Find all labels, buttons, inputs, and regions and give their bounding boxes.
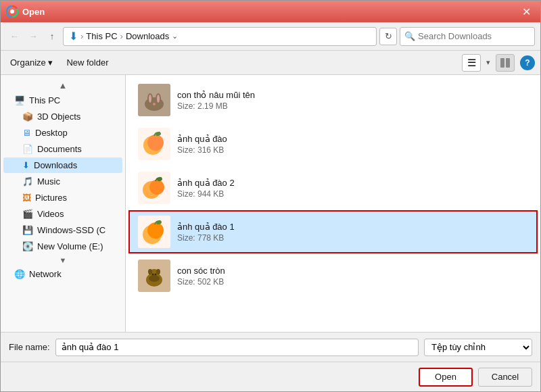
search-box[interactable]: 🔍: [400, 27, 535, 46]
help-button[interactable]: ?: [520, 55, 535, 70]
sidebar-label-music: Music: [37, 176, 60, 187]
sidebar-label-videos: Videos: [37, 209, 64, 219]
refresh-button[interactable]: ↻: [379, 28, 397, 45]
panel-button[interactable]: [496, 54, 515, 72]
file-name-label: File name:: [9, 342, 50, 352]
sidebar-item-pictures[interactable]: 🖼 Pictures: [3, 190, 122, 205]
svg-point-1: [10, 9, 14, 14]
file-size-peach2: Size: 944 KB: [177, 189, 528, 199]
sidebar-item-documents[interactable]: 📄 Documents: [3, 141, 122, 157]
windows-ssd-icon: 💾: [22, 225, 33, 235]
toolbar: Organize ▾ New folder ☰ ▾ ?: [1, 51, 540, 75]
file-thumb-squirrel: [138, 260, 170, 292]
svg-point-27: [156, 269, 160, 274]
svg-point-21: [147, 222, 164, 239]
cancel-button[interactable]: Cancel: [478, 368, 532, 387]
file-name-squirrel: con sóc tròn: [177, 266, 528, 276]
search-input[interactable]: [418, 31, 530, 41]
svg-point-26: [148, 269, 152, 274]
sidebar-label-this-pc: This PC: [29, 95, 60, 105]
sidebar: ▲ 🖥️ This PC 📦 3D Objects 🖥 Desktop 📄 Do…: [1, 75, 126, 332]
desktop-icon: 🖥: [22, 128, 31, 138]
organize-button[interactable]: Organize ▾: [6, 55, 57, 70]
view-dropdown-arrow[interactable]: ▾: [486, 58, 490, 67]
sidebar-item-music[interactable]: 🎵 Music: [3, 174, 122, 189]
file-info-peach: ảnh quả đào Size: 316 KB: [177, 134, 528, 155]
new-volume-icon: 💽: [22, 241, 33, 251]
sidebar-label-pictures: Pictures: [35, 193, 67, 203]
dialog-title: Open: [22, 7, 518, 17]
file-item-peach[interactable]: ảnh quả đào Size: 316 KB: [128, 122, 538, 166]
close-button[interactable]: ✕: [518, 4, 535, 20]
file-size-peach1: Size: 778 KB: [177, 233, 528, 243]
address-path[interactable]: ⬇ › This PC › Downloads ⌄: [63, 27, 377, 46]
network-icon: 🌐: [14, 269, 25, 279]
main-content: ▲ 🖥️ This PC 📦 3D Objects 🖥 Desktop 📄 Do…: [1, 75, 540, 332]
search-icon: 🔍: [404, 31, 415, 41]
sidebar-label-documents: Documents: [37, 144, 82, 154]
sidebar-label-network: Network: [29, 269, 62, 279]
sidebar-item-network[interactable]: 🌐 Network: [3, 266, 122, 282]
sidebar-scroll-down[interactable]: ▼: [1, 255, 125, 266]
file-size-squirrel: Size: 502 KB: [177, 277, 528, 287]
file-type-select[interactable]: Tệp tùy chỉnh: [424, 339, 532, 356]
file-name-peach2: ảnh quả đào 2: [177, 178, 528, 188]
title-bar: Open ✕: [1, 1, 540, 22]
svg-rect-3: [506, 58, 510, 68]
sidebar-item-new-volume[interactable]: 💽 New Volume (E:): [3, 239, 122, 254]
sidebar-item-this-pc[interactable]: 🖥️ This PC: [3, 93, 122, 108]
documents-icon: 📄: [22, 144, 33, 154]
file-name-rabbit: con thỏ nâu mũi tên: [177, 90, 528, 100]
file-name-peach: ảnh quả đào: [177, 134, 528, 144]
action-bar: Open Cancel: [1, 362, 540, 391]
sidebar-item-3d-objects[interactable]: 📦 3D Objects: [3, 109, 122, 124]
file-thumb-rabbit: [138, 84, 170, 116]
sidebar-label-windows-ssd: Windows-SSD (C: [37, 225, 105, 235]
file-thumb-peach: [138, 128, 170, 160]
view-list-button[interactable]: ☰: [462, 54, 481, 72]
3d-objects-icon: 📦: [22, 112, 33, 122]
app-icon: [6, 5, 18, 18]
file-size-peach: Size: 316 KB: [177, 145, 528, 155]
music-icon: 🎵: [22, 176, 33, 187]
back-button[interactable]: ←: [6, 28, 22, 45]
sidebar-label-desktop: Desktop: [35, 128, 68, 138]
address-bar: ← → ↑ ⬇ › This PC › Downloads ⌄ ↻ 🔍: [1, 22, 540, 51]
sidebar-label-new-volume: New Volume (E:): [37, 241, 103, 251]
svg-point-8: [149, 95, 151, 103]
sidebar-label-3d-objects: 3D Objects: [37, 112, 80, 122]
bottom-bar: File name: Tệp tùy chỉnh: [1, 332, 540, 362]
open-dialog: Open ✕ ← → ↑ ⬇ › This PC › Downloads ⌄ ↻…: [0, 0, 541, 392]
path-dropdown-arrow[interactable]: ⌄: [172, 32, 178, 41]
file-size-rabbit: Size: 2.19 MB: [177, 101, 528, 111]
open-button[interactable]: Open: [419, 368, 473, 387]
file-info-peach2: ảnh quả đào 2 Size: 944 KB: [177, 178, 528, 199]
file-item-squirrel[interactable]: con sóc tròn Size: 502 KB: [128, 254, 538, 297]
file-thumb-peach1: [138, 216, 170, 248]
download-nav-icon: ⬇: [69, 30, 78, 43]
sidebar-item-videos[interactable]: 🎬 Videos: [3, 206, 122, 222]
sidebar-item-downloads[interactable]: ⬇ Downloads: [3, 157, 122, 173]
downloads-icon: ⬇: [22, 160, 30, 170]
panel-icon: [500, 57, 511, 68]
svg-point-30: [149, 275, 160, 282]
sidebar-item-windows-ssd[interactable]: 💾 Windows-SSD (C: [3, 222, 122, 238]
svg-point-9: [157, 95, 160, 103]
videos-icon: 🎬: [22, 209, 33, 219]
svg-point-13: [147, 134, 164, 151]
sidebar-scroll-up[interactable]: ▲: [1, 79, 125, 92]
file-item-rabbit[interactable]: con thỏ nâu mũi tên Size: 2.19 MB: [128, 78, 538, 122]
up-button[interactable]: ↑: [44, 28, 60, 45]
file-thumb-peach2: [138, 172, 170, 204]
sidebar-label-downloads: Downloads: [34, 160, 77, 170]
file-list: con thỏ nâu mũi tên Size: 2.19 MB ả: [126, 75, 540, 332]
path-root: This PC: [86, 31, 117, 41]
file-item-peach2[interactable]: ảnh quả đào 2 Size: 944 KB: [128, 166, 538, 210]
forward-button[interactable]: →: [25, 28, 41, 45]
file-name-input[interactable]: [55, 339, 419, 356]
new-folder-button[interactable]: New folder: [62, 55, 112, 70]
svg-point-17: [149, 180, 164, 195]
sidebar-item-desktop[interactable]: 🖥 Desktop: [3, 125, 122, 141]
file-info-peach1: ảnh quả đào 1 Size: 778 KB: [177, 222, 528, 243]
file-item-peach1[interactable]: ảnh quả đào 1 Size: 778 KB: [128, 210, 538, 253]
